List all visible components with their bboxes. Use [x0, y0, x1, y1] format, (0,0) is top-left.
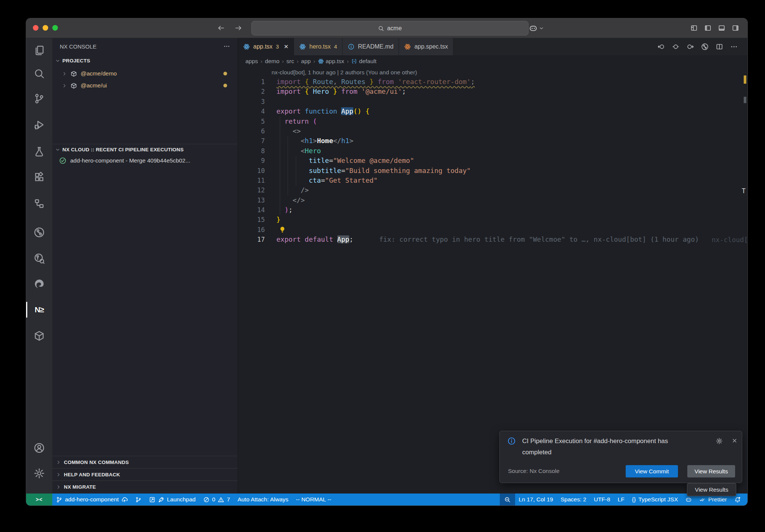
status-scm-graph[interactable]	[131, 494, 145, 505]
line-number[interactable]: 15	[238, 215, 270, 225]
sidebar-section-common-nx-commands[interactable]: COMMON NX COMMANDS	[52, 456, 238, 468]
activity-item-search[interactable]	[26, 64, 52, 83]
minimize-window-button[interactable]	[43, 25, 48, 31]
projects-section-header[interactable]: PROJECTS	[52, 55, 238, 66]
split-editor-icon[interactable]	[716, 43, 723, 50]
line-number[interactable]: 17	[238, 235, 270, 244]
activity-item-nx-console[interactable]: N≥	[26, 300, 52, 319]
current-revision-icon[interactable]	[672, 43, 679, 50]
line-number[interactable]: 6	[238, 126, 270, 136]
tab-README.md[interactable]: README.md	[343, 38, 399, 55]
warning-squiggle: import { Route, Routes } from 'react-rou…	[276, 78, 475, 86]
customize-layout-icon[interactable]	[690, 24, 698, 32]
line-number[interactable]: 10	[238, 166, 270, 176]
toggle-sidebar-icon[interactable]	[704, 24, 712, 32]
breadcrumb-item-app[interactable]: app	[301, 58, 311, 65]
settings-icon	[34, 468, 45, 479]
activity-item-extensions[interactable]	[26, 168, 52, 187]
project-item-@acme/ui[interactable]: @acme/ui	[52, 80, 238, 92]
sidebar-section-help-and-feedback[interactable]: HELP AND FEEDBACK	[52, 468, 238, 481]
nx-cloud-section-header[interactable]: NX CLOUD :: RECENT CI PIPELINE EXECUTION…	[52, 144, 238, 155]
activity-item-explorer[interactable]	[26, 40, 52, 60]
info-icon	[507, 437, 516, 445]
close-icon[interactable]	[731, 437, 738, 444]
activity-item-run-and-debug[interactable]	[26, 115, 52, 134]
extensions-icon	[34, 172, 45, 183]
status-eol[interactable]: LF	[614, 494, 628, 505]
code-line-7: 7 <h1>Home</h1>	[238, 136, 747, 146]
status-indentation[interactable]: Spaces: 2	[557, 494, 590, 505]
line-number[interactable]: 2	[238, 87, 270, 96]
close-window-button[interactable]	[33, 25, 38, 31]
breadcrumb-item-app.tsx[interactable]: app.tsx	[318, 58, 344, 65]
view-results-button[interactable]: View Results	[687, 465, 735, 477]
status-vim-mode[interactable]: -- NORMAL --	[292, 494, 335, 505]
navigate-back-icon[interactable]	[217, 24, 225, 32]
tab-app.tsx[interactable]: app.tsx3✕	[238, 38, 294, 55]
pipeline-execution-item[interactable]: add-hero-component - Merge 409b44e5cb02.…	[52, 155, 238, 167]
tab-hero.tsx[interactable]: hero.tsx4	[294, 38, 343, 55]
activity-item-testing[interactable]	[26, 142, 52, 161]
line-number[interactable]: 11	[238, 176, 270, 185]
line-number[interactable]: 16	[238, 225, 270, 235]
status-cursor-position[interactable]: Ln 17, Col 19	[515, 494, 557, 505]
sidebar-section-nx-migrate[interactable]: NX MIGRATE	[52, 480, 238, 493]
activity-item-accounts[interactable]	[26, 438, 52, 458]
status-branch-sync[interactable]: add-hero-component	[52, 494, 131, 505]
status-launchpad[interactable]: Launchpad	[145, 494, 199, 505]
line-number[interactable]: 13	[238, 195, 270, 205]
activity-item-containers[interactable]	[26, 326, 52, 346]
indent-guide	[288, 136, 288, 195]
status-language-mode[interactable]: {}TypeScript JSX	[628, 494, 682, 505]
breadcrumb-item-demo[interactable]: demo	[265, 58, 279, 65]
status-encoding[interactable]: UTF-8	[590, 494, 614, 505]
activity-item-remote-explorer[interactable]	[26, 194, 52, 213]
breadcrumb-separator: ›	[261, 58, 263, 64]
breadcrumb-label: apps	[245, 58, 258, 65]
breadcrumb-item-default[interactable]: default	[351, 58, 377, 65]
breadcrumb-label: app.tsx	[326, 58, 344, 65]
close-tab-icon[interactable]: ✕	[284, 43, 289, 50]
project-item-@acme/demo[interactable]: @acme/demo	[52, 68, 238, 80]
code-editor[interactable]: nx-cloud[bot], 1 hour ago | 2 authors (Y…	[238, 67, 747, 494]
toggle-panel-icon[interactable]	[718, 24, 725, 32]
status-text: Prettier	[708, 496, 727, 503]
toggle-secondary-sidebar-icon[interactable]	[732, 24, 739, 32]
line-number[interactable]: 14	[238, 205, 270, 215]
projects-section-label: PROJECTS	[62, 58, 90, 64]
line-number[interactable]: 9	[238, 156, 270, 166]
title-bar: acme	[26, 18, 747, 38]
history-forward-icon[interactable]	[687, 43, 694, 50]
line-number[interactable]: 3	[238, 97, 270, 106]
more-actions-icon[interactable]	[730, 43, 738, 50]
copilot-menu[interactable]	[529, 18, 544, 38]
breadcrumb-item-src[interactable]: src	[287, 58, 294, 65]
view-commit-button[interactable]: View Commit	[626, 465, 678, 477]
command-center-search[interactable]: acme	[251, 21, 529, 35]
more-actions-icon[interactable]	[223, 43, 230, 50]
line-number[interactable]: 1	[238, 77, 270, 87]
line-number[interactable]: 12	[238, 185, 270, 195]
activity-item-source-control[interactable]	[26, 89, 52, 108]
notification-settings-icon[interactable]	[716, 437, 723, 445]
activity-item-settings[interactable]	[26, 464, 52, 483]
maximize-window-button[interactable]	[52, 25, 58, 31]
line-number[interactable]: 5	[238, 117, 270, 126]
status-zoom[interactable]	[500, 494, 515, 505]
activity-item-edge-tools[interactable]	[26, 274, 52, 294]
lightbulb-icon[interactable]	[279, 226, 286, 233]
remote-indicator[interactable]: ><	[26, 494, 52, 505]
line-number[interactable]: 8	[238, 146, 270, 156]
remote-explorer-icon	[34, 198, 45, 209]
activity-item-gitlens[interactable]	[26, 223, 52, 242]
line-number[interactable]: 7	[238, 136, 270, 146]
activity-item-gitlens-search-compare[interactable]	[26, 249, 52, 268]
status-problems[interactable]: 07	[199, 494, 234, 505]
line-number[interactable]: 4	[238, 106, 270, 116]
tab-app.spec.tsx[interactable]: app.spec.tsx	[399, 38, 453, 55]
navigate-forward-icon[interactable]	[235, 24, 242, 32]
breadcrumb-item-apps[interactable]: apps	[245, 58, 258, 65]
status-auto-attach[interactable]: Auto Attach: Always	[234, 494, 292, 505]
gitlens-file-history-icon[interactable]	[701, 43, 709, 50]
history-back-icon[interactable]	[657, 43, 665, 50]
